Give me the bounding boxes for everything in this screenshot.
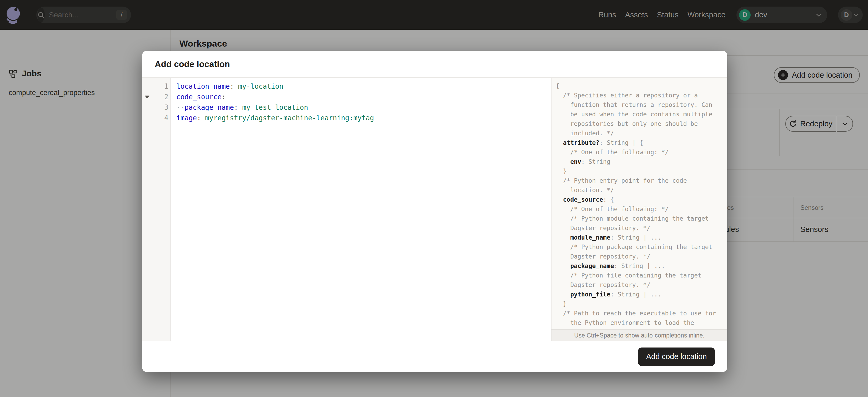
code-line[interactable]: location_name: my-location bbox=[176, 81, 551, 92]
schema-line: /* Python entry point for the code bbox=[556, 176, 723, 185]
schema-line: Dagster repository. */ bbox=[556, 280, 723, 289]
fold-arrow-icon[interactable] bbox=[145, 96, 150, 98]
line-number: 4 bbox=[142, 113, 170, 123]
schema-line: /* Python package containing the target bbox=[556, 242, 723, 252]
schema-line: python_file: String | ... bbox=[556, 289, 723, 299]
schema-line: /* Python module containing the target bbox=[556, 214, 723, 223]
schema-line: /* Specifies either a repository or a bbox=[556, 91, 723, 100]
dialog-body: 1234 location_name: my-locationcode_sour… bbox=[142, 78, 727, 341]
submit-add-code-location-button[interactable]: Add code location bbox=[638, 347, 715, 366]
schema-line: { bbox=[556, 81, 723, 91]
code-line[interactable]: code_source: bbox=[176, 92, 551, 102]
schema-line: repositories but only one should be bbox=[556, 119, 723, 128]
yaml-editor[interactable]: 1234 location_name: my-locationcode_sour… bbox=[142, 78, 551, 341]
schema-line: the Python environment to load the bbox=[556, 318, 723, 328]
editor-gutter: 1234 bbox=[142, 78, 171, 341]
schema-line: package_name: String | ... bbox=[556, 261, 723, 271]
schema-line: location. */ bbox=[556, 185, 723, 195]
dialog-title: Add code location bbox=[155, 59, 230, 69]
schema-line: code_source: { bbox=[556, 195, 723, 204]
schema-line: /* One of the following: */ bbox=[556, 147, 723, 157]
schema-line: be used when the code contains multiple bbox=[556, 110, 723, 119]
line-number: 2 bbox=[142, 92, 170, 102]
schema-line: function that returns a repository. Can bbox=[556, 100, 723, 110]
schema-line: /* Python file containing the target bbox=[556, 271, 723, 280]
dialog-footer: Add code location bbox=[142, 341, 727, 372]
schema-line: Dagster repository. */ bbox=[556, 252, 723, 261]
schema-line: attribute?: String | { bbox=[556, 138, 723, 147]
line-number: 1 bbox=[142, 81, 170, 92]
schema-line: Dagster repository. */ bbox=[556, 223, 723, 233]
schema-line: included. */ bbox=[556, 128, 723, 138]
schema-line: /* One of the following: */ bbox=[556, 204, 723, 214]
schema-help-panel: { /* Specifies either a repository or a … bbox=[551, 78, 727, 341]
schema-line: } bbox=[556, 166, 723, 176]
line-number: 3 bbox=[142, 102, 170, 113]
schema-line: /* Path to reach the executable to use f… bbox=[556, 309, 723, 318]
schema-line: } bbox=[556, 299, 723, 309]
code-line[interactable]: ··package_name: my_test_location bbox=[176, 102, 551, 113]
schema-code: { /* Specifies either a repository or a … bbox=[552, 78, 727, 328]
autocomplete-hint: Use Ctrl+Space to show auto-completions … bbox=[552, 329, 727, 341]
editor-code[interactable]: location_name: my-locationcode_source:··… bbox=[171, 78, 551, 341]
code-line[interactable]: image: myregistry/dagster-machine-learni… bbox=[176, 113, 551, 123]
schema-line: module_name: String | ... bbox=[556, 233, 723, 242]
schema-line: env: String bbox=[556, 157, 723, 166]
add-code-location-dialog: Add code location 1234 location_name: my… bbox=[142, 51, 727, 372]
dialog-header: Add code location bbox=[142, 51, 727, 78]
